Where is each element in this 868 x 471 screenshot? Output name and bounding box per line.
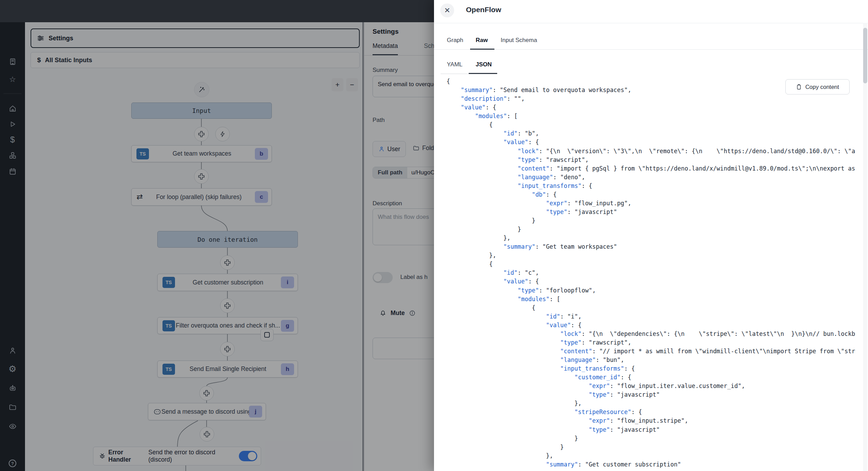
json-code[interactable]: { "summary": "Send email to overquota wo… [446,77,856,471]
drawer-title: OpenFlow [466,6,501,14]
active-subtab-underline [469,73,497,74]
scrollbar-thumb[interactable] [863,28,867,83]
close-icon: ✕ [444,6,450,15]
subtab-json[interactable]: JSON [476,61,492,68]
openflow-drawer: ✕ OpenFlow Graph Raw Input Schema YAML J… [434,0,868,471]
subtab-yaml[interactable]: YAML [447,61,462,68]
scrollbar-track[interactable] [863,23,867,471]
divider [434,23,868,23]
close-button[interactable]: ✕ [440,3,454,17]
tab-raw[interactable]: Raw [476,37,488,44]
active-tab-underline [470,49,494,50]
tabbar-divider [434,49,868,50]
tab-graph[interactable]: Graph [447,37,463,44]
modal-dim-overlay[interactable] [0,0,434,471]
tab-input-schema[interactable]: Input Schema [501,37,537,44]
